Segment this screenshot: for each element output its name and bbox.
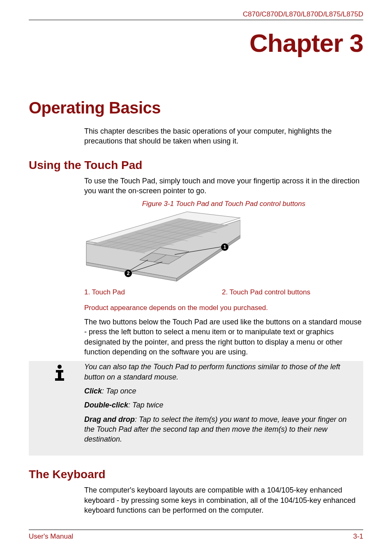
chapter-number: Chapter 3 xyxy=(29,28,363,58)
info-click-label: Click xyxy=(84,387,102,395)
info-intro: You can also tap the Touch Pad to perfor… xyxy=(84,362,358,382)
legend-item-2: 2. Touch Pad control buttons xyxy=(222,288,310,296)
svg-rect-27 xyxy=(58,370,61,379)
page-title: Operating Basics xyxy=(29,99,363,117)
laptop-illustration xyxy=(84,211,240,282)
info-box: You can also tap the Touch Pad to perfor… xyxy=(29,361,363,456)
figure-legend: 1. Touch Pad 2. Touch Pad control button… xyxy=(84,288,363,296)
intro-paragraph: This chapter describes the basic operati… xyxy=(84,126,363,146)
touchpad-para1: To use the Touch Pad, simply touch and m… xyxy=(84,176,363,196)
product-appearance-note: Product appearance depends on the model … xyxy=(84,304,363,312)
legend-item-1: 1. Touch Pad xyxy=(84,288,222,296)
info-click-rest: : Tap once xyxy=(102,387,136,395)
svg-rect-28 xyxy=(55,378,64,381)
info-icon xyxy=(51,363,68,382)
page-footer: User's Manual 3-1 xyxy=(29,530,363,541)
figure-caption: Figure 3-1 Touch Pad and Touch Pad contr… xyxy=(84,200,363,208)
info-dd-label: Drag and drop xyxy=(84,415,135,423)
info-double-click: Double-click: Tap twice xyxy=(84,400,358,410)
info-dbl-label: Double-click xyxy=(84,401,128,409)
info-drag-drop: Drag and drop: Tap to select the item(s)… xyxy=(84,414,358,444)
svg-point-25 xyxy=(58,365,62,369)
section-touchpad-heading: Using the Touch Pad xyxy=(29,159,363,172)
footer-left: User's Manual xyxy=(29,532,73,541)
info-click: Click: Tap once xyxy=(84,386,358,396)
section-keyboard-heading: The Keyboard xyxy=(29,468,363,481)
keyboard-para1: The computer's keyboard layouts are comp… xyxy=(84,485,363,515)
figure-touchpad: 1 2 xyxy=(84,211,240,282)
header-model-line: C870/C870D/L870/L870D/L875/L875D xyxy=(29,10,363,20)
footer-right: 3-1 xyxy=(353,532,363,541)
info-dbl-rest: : Tap twice xyxy=(128,401,163,409)
touchpad-para2: The two buttons below the Touch Pad are … xyxy=(84,317,363,357)
